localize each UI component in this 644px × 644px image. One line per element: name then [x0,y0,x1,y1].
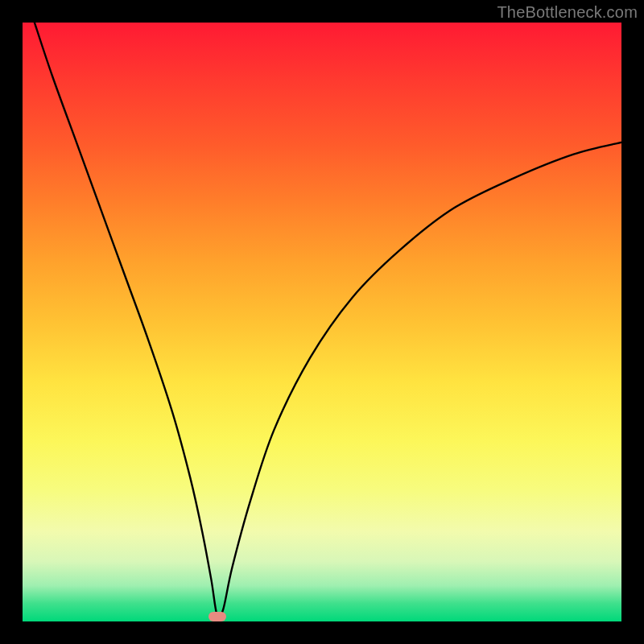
bottleneck-curve [23,23,621,621]
plot-area [23,23,621,621]
watermark-text: TheBottleneck.com [497,3,638,22]
minimum-marker [208,612,226,621]
chart-frame: TheBottleneck.com [0,0,644,644]
